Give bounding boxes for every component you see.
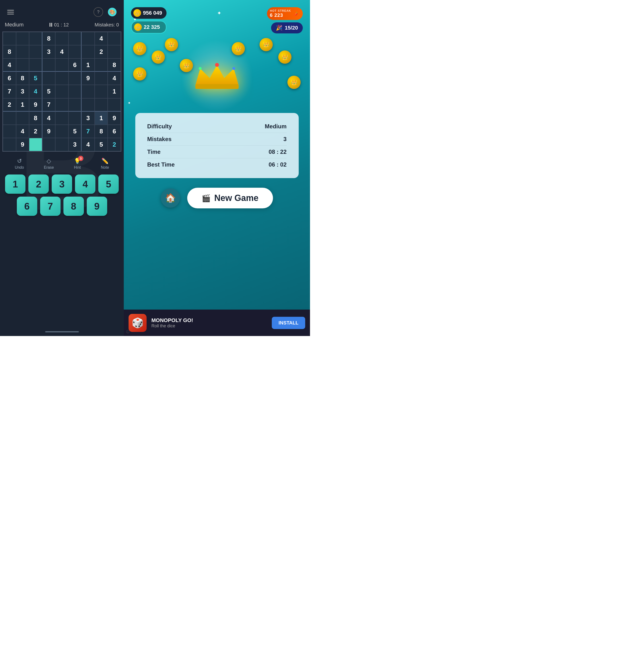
erase-button[interactable]: ◇ Erase — [44, 158, 54, 170]
cell[interactable]: 3 — [68, 138, 82, 151]
cell[interactable]: 2 — [29, 125, 42, 138]
cell[interactable]: 8 — [108, 58, 121, 71]
cell[interactable] — [68, 45, 82, 58]
num-button-1[interactable]: 1 — [5, 174, 25, 194]
num-button-7[interactable]: 7 — [40, 197, 61, 216]
cell[interactable] — [108, 32, 121, 45]
cell[interactable]: 4 — [108, 71, 121, 85]
cell[interactable] — [42, 71, 55, 85]
cell[interactable] — [29, 32, 42, 45]
cell[interactable]: 2 — [3, 98, 16, 111]
cell[interactable] — [68, 111, 82, 125]
cell[interactable]: 4 — [42, 111, 55, 125]
num-button-8[interactable]: 8 — [63, 197, 84, 216]
cell[interactable]: 8 — [42, 32, 55, 45]
palette-button[interactable]: 🎨 — [108, 8, 116, 16]
cell[interactable]: 8 — [16, 71, 29, 85]
cell[interactable]: 4 — [16, 125, 29, 138]
cell[interactable] — [68, 85, 82, 98]
cell[interactable]: 7 — [3, 85, 16, 98]
cell[interactable]: 1 — [16, 98, 29, 111]
cell[interactable] — [55, 125, 68, 138]
cell[interactable]: 1 — [108, 85, 121, 98]
cell[interactable] — [55, 32, 68, 45]
install-button[interactable]: INSTALL — [272, 317, 305, 329]
cell[interactable]: 8 — [29, 111, 42, 125]
cell[interactable]: 8 — [3, 45, 16, 58]
cell[interactable] — [3, 111, 16, 125]
cell[interactable]: 7 — [82, 125, 95, 138]
cell[interactable]: 4 — [95, 32, 108, 45]
pause-icon[interactable] — [50, 23, 52, 27]
cell[interactable] — [68, 98, 82, 111]
cell[interactable] — [55, 98, 68, 111]
cell[interactable] — [108, 45, 121, 58]
menu-button[interactable] — [7, 10, 14, 14]
cell[interactable] — [16, 58, 29, 71]
cell[interactable]: 9 — [82, 71, 95, 85]
num-button-9[interactable]: 9 — [87, 197, 107, 216]
cell[interactable]: 8 — [95, 125, 108, 138]
cell[interactable] — [95, 98, 108, 111]
cell[interactable]: 4 — [3, 58, 16, 71]
cell[interactable]: 9 — [42, 125, 55, 138]
cell[interactable] — [42, 138, 55, 151]
cell[interactable]: 3 — [42, 45, 55, 58]
cell[interactable]: 1 — [95, 111, 108, 125]
cell[interactable]: 5 — [95, 138, 108, 151]
cell[interactable] — [95, 58, 108, 71]
cell[interactable] — [68, 32, 82, 45]
cell[interactable]: 1 — [82, 58, 95, 71]
cell[interactable]: 2 — [95, 45, 108, 58]
cell[interactable]: 6 — [3, 71, 16, 85]
cell[interactable] — [16, 45, 29, 58]
cell[interactable]: 9 — [16, 138, 29, 151]
num-button-4[interactable]: 4 — [75, 174, 95, 194]
cell[interactable] — [68, 71, 82, 85]
cell[interactable] — [95, 85, 108, 98]
num-button-5[interactable]: 5 — [98, 174, 119, 194]
undo-button[interactable]: ↺ Undo — [15, 158, 24, 170]
cell[interactable]: 4 — [82, 138, 95, 151]
cell[interactable] — [29, 58, 42, 71]
cell[interactable]: 3 — [82, 111, 95, 125]
cell[interactable] — [82, 98, 95, 111]
home-button[interactable]: 🏠 — [161, 189, 180, 208]
cell[interactable] — [3, 125, 16, 138]
cell[interactable] — [3, 138, 16, 151]
cell[interactable]: 9 — [29, 98, 42, 111]
cell[interactable] — [55, 138, 68, 151]
cell[interactable] — [95, 71, 108, 85]
cell[interactable]: 6 — [108, 125, 121, 138]
cell[interactable] — [42, 58, 55, 71]
note-button[interactable]: ✏️ Note — [101, 158, 109, 170]
cell[interactable] — [82, 32, 95, 45]
cell[interactable] — [55, 111, 68, 125]
cell[interactable]: 2 — [108, 138, 121, 151]
cell[interactable] — [3, 32, 16, 45]
cell[interactable] — [29, 138, 42, 151]
cell[interactable] — [16, 111, 29, 125]
cell[interactable]: 6 — [68, 58, 82, 71]
cell[interactable] — [82, 45, 95, 58]
cell[interactable] — [29, 45, 42, 58]
cell[interactable] — [55, 71, 68, 85]
cell[interactable]: 3 — [16, 85, 29, 98]
cell[interactable] — [108, 98, 121, 111]
help-button[interactable]: ? — [94, 7, 103, 17]
cell[interactable]: 4 — [55, 45, 68, 58]
cell[interactable]: 7 — [42, 98, 55, 111]
cell[interactable]: 5 — [29, 71, 42, 85]
num-button-2[interactable]: 2 — [29, 174, 49, 194]
hint-button[interactable]: 💡 3 Hint — [74, 158, 81, 170]
cell[interactable]: 4 — [29, 85, 42, 98]
cell[interactable] — [82, 85, 95, 98]
cell[interactable]: 5 — [68, 125, 82, 138]
new-game-button[interactable]: 🎬 New Game — [187, 188, 273, 208]
cell[interactable]: 5 — [42, 85, 55, 98]
num-button-6[interactable]: 6 — [17, 197, 37, 216]
num-button-3[interactable]: 3 — [52, 174, 72, 194]
cell[interactable]: 9 — [108, 111, 121, 125]
cell[interactable] — [55, 58, 68, 71]
cell[interactable] — [16, 32, 29, 45]
